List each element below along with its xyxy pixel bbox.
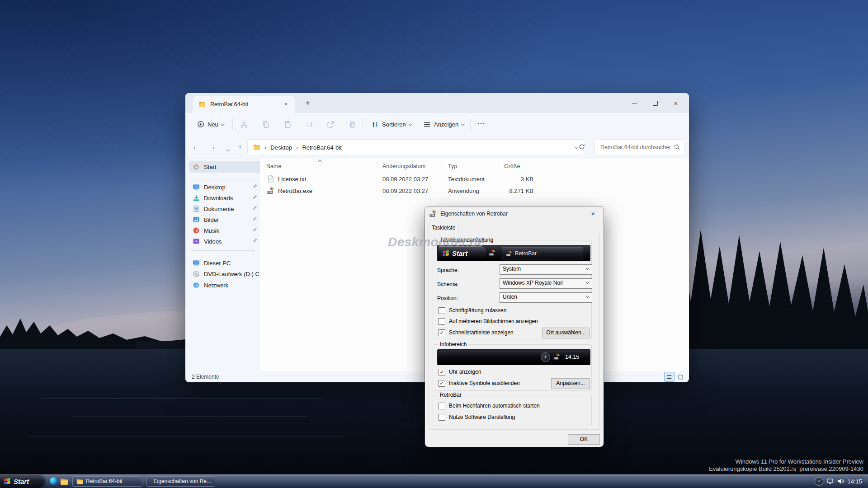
- maximize-button[interactable]: [645, 93, 665, 113]
- checkbox-uhr-anzeigen[interactable]: ✓ Uhr anzeigen: [439, 368, 481, 375]
- pin-icon: [251, 194, 258, 201]
- chevron-down-icon: [226, 147, 230, 151]
- sidebar-item-label: Videos: [204, 238, 222, 245]
- taskbar-clock[interactable]: 14:15: [847, 478, 862, 485]
- column-header-date[interactable]: Änderungsdatum: [382, 161, 425, 172]
- sidebar-item-musik[interactable]: Musik: [189, 225, 260, 236]
- sidebar-item-bilder[interactable]: Bilder: [189, 214, 260, 225]
- taskbar-task-properties[interactable]: Eigenschaften von Re...: [146, 476, 215, 487]
- schema-select[interactable]: Windows XP Royale Noir: [500, 278, 592, 289]
- position-value: Unten: [503, 294, 517, 300]
- details-view-toggle[interactable]: [664, 372, 675, 382]
- file-name[interactable]: License.txt: [278, 174, 306, 185]
- paste-button[interactable]: [280, 117, 295, 131]
- column-header-size[interactable]: Größe: [504, 161, 520, 172]
- explorer-tab[interactable]: RetroBar.64-bit ×: [193, 96, 295, 113]
- tab-close-icon[interactable]: ×: [282, 100, 290, 109]
- checkbox-box[interactable]: ✓: [439, 380, 445, 387]
- task-label: Eigenschaften von Re...: [154, 478, 211, 484]
- column-divider[interactable]: [545, 162, 545, 170]
- column-divider[interactable]: [377, 162, 377, 170]
- dialog-close-button[interactable]: ×: [586, 209, 600, 219]
- edge-quicklaunch-button[interactable]: [50, 477, 58, 485]
- copy-button[interactable]: [258, 117, 273, 131]
- column-header-type[interactable]: Typ: [448, 161, 457, 172]
- sprache-select[interactable]: System: [500, 264, 592, 275]
- checkbox-schnellstartleiste[interactable]: ✓ Schnellstartleiste anzeigen: [439, 329, 514, 336]
- cut-button[interactable]: [236, 117, 251, 131]
- checkbox-mehrere-bildschirme[interactable]: ✓ Auf mehreren Bildschirmen anzeigen: [439, 318, 538, 325]
- checkbox-box[interactable]: ✓: [439, 318, 445, 325]
- tab-taskleiste[interactable]: Taskleiste: [429, 223, 458, 234]
- checkbox-software-darstellung[interactable]: ✓ Nutze Software Darstellung: [439, 413, 515, 421]
- checkbox-box[interactable]: ✓: [439, 307, 445, 314]
- checkbox-box[interactable]: ✓: [439, 403, 445, 409]
- folder-icon: [198, 101, 206, 108]
- up-button[interactable]: ↑: [234, 142, 246, 152]
- volume-icon[interactable]: [837, 478, 844, 485]
- file-type: Anwendung: [448, 185, 479, 197]
- search-input[interactable]: [595, 140, 684, 155]
- ok-button[interactable]: OK: [568, 434, 600, 445]
- close-button[interactable]: ×: [665, 93, 686, 113]
- checkbox-box[interactable]: ✓: [439, 369, 445, 375]
- search-box[interactable]: [594, 139, 684, 155]
- sort-button[interactable]: Sortieren: [367, 117, 415, 131]
- sidebar-item-netzwerk[interactable]: Netzwerk: [189, 280, 260, 291]
- file-name[interactable]: RetroBar.exe: [278, 185, 312, 197]
- dialog-title-bar[interactable]: Eigenschaften von Retrobar ×: [425, 206, 604, 221]
- sidebar-item-desktop[interactable]: Desktop: [189, 182, 260, 192]
- view-button[interactable]: Anzeigen: [419, 117, 468, 131]
- checkbox-label: Uhr anzeigen: [449, 369, 481, 375]
- anpassen-button[interactable]: Anpassen...: [551, 378, 590, 389]
- more-options-button[interactable]: ···: [475, 117, 488, 131]
- share-button[interactable]: [323, 117, 338, 131]
- taskbar-preview: Start RetroBar: [437, 245, 590, 261]
- thumbnail-view-toggle[interactable]: [676, 372, 685, 381]
- sidebar-item-videos[interactable]: Videos: [189, 236, 260, 247]
- forward-button[interactable]: →: [206, 142, 218, 152]
- delete-button[interactable]: [344, 117, 360, 131]
- file-row-license[interactable]: License.txt 08.09.2022 03:27 Textdokumen…: [262, 174, 684, 185]
- sidebar-item-downloads[interactable]: Downloads: [189, 192, 260, 203]
- recent-locations-button[interactable]: [222, 142, 234, 153]
- file-row-retrobar[interactable]: RetroBar.exe 08.09.2022 03:27 Anwendung …: [262, 185, 684, 197]
- column-divider[interactable]: [443, 162, 443, 170]
- refresh-button[interactable]: [577, 142, 587, 152]
- column-header-name[interactable]: Name: [266, 161, 281, 172]
- sidebar-item-dieser-pc[interactable]: Dieser PC: [189, 258, 260, 268]
- minimize-icon: [632, 103, 637, 103]
- share-icon: [327, 121, 335, 128]
- sidebar-item-dokumente[interactable]: Dokumente: [189, 203, 260, 214]
- breadcrumb[interactable]: › Desktop › RetroBar.64-bit: [247, 139, 583, 155]
- pictures-icon: [193, 216, 200, 223]
- minimize-button[interactable]: [624, 93, 645, 113]
- checkbox-autostart[interactable]: ✓ Beim Hochfahren automatisch starten: [439, 402, 540, 409]
- column-divider[interactable]: [499, 162, 499, 170]
- new-button[interactable]: Neu: [193, 117, 228, 131]
- rename-button[interactable]: [302, 117, 317, 131]
- system-tray: ‹ 14:15: [810, 474, 868, 488]
- breadcrumb-desktop[interactable]: Desktop: [270, 144, 292, 151]
- start-button[interactable]: Start: [0, 474, 45, 488]
- back-button[interactable]: ←: [190, 142, 202, 152]
- new-button-label: Neu: [208, 121, 218, 128]
- ort-auswaehlen-button[interactable]: Ort auswählen...: [542, 328, 590, 338]
- sidebar-item-start[interactable]: Start: [189, 161, 260, 173]
- checkbox-schriftglaettung[interactable]: ✓ Schriftglättung zulassen: [439, 307, 506, 314]
- sidebar-item-dvd[interactable]: DVD-Laufwerk (D:) C: [189, 268, 260, 279]
- network-tray-icon[interactable]: [826, 478, 834, 485]
- explorer-quicklaunch-button[interactable]: [60, 477, 68, 485]
- checkbox-label: Inaktive Symbole ausblenden: [449, 380, 520, 386]
- position-select[interactable]: Unten: [500, 292, 592, 303]
- checkbox-box[interactable]: ✓: [439, 414, 445, 421]
- tray-expand-button[interactable]: ‹: [815, 477, 823, 486]
- group-label: Taskleistendarstellung: [438, 237, 495, 243]
- checkbox-inaktive-symbole[interactable]: ✓ Inaktive Symbole ausblenden: [439, 380, 520, 387]
- dvd-icon: [193, 270, 200, 277]
- task-label: RetroBar.64-bit: [86, 478, 123, 484]
- breadcrumb-current[interactable]: RetroBar.64-bit: [302, 144, 341, 151]
- taskbar-task-explorer[interactable]: RetroBar.64-bit: [72, 476, 142, 487]
- checkbox-box[interactable]: ✓: [439, 329, 445, 336]
- new-tab-button[interactable]: +: [303, 98, 313, 108]
